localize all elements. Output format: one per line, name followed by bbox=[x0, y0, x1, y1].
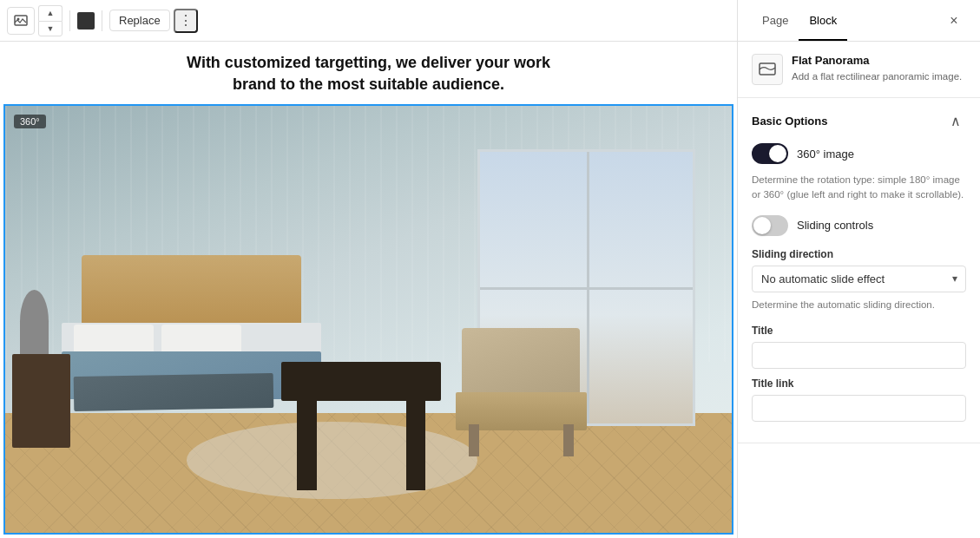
block-description: Add a flat rectilinear panoramic image. bbox=[792, 69, 962, 83]
block-info-section: Flat Panorama Add a flat rectilinear pan… bbox=[738, 42, 980, 98]
chair-back bbox=[462, 328, 580, 398]
sliding-direction-label: Sliding direction bbox=[752, 248, 966, 260]
option-label-360: 360° image bbox=[797, 148, 854, 161]
image-badge: 360° bbox=[14, 115, 46, 128]
toggle-knob-360 bbox=[769, 145, 786, 162]
more-options-button[interactable]: ⋮ bbox=[174, 9, 198, 33]
bed-throw bbox=[73, 373, 273, 411]
title-field-group: Title bbox=[752, 325, 966, 369]
section-title: Basic Options bbox=[752, 115, 827, 128]
coffee-table bbox=[281, 362, 441, 489]
option-row-sliding: Sliding controls bbox=[752, 215, 966, 236]
title-link-field-group: Title link bbox=[752, 377, 966, 422]
block-info: Flat Panorama Add a flat rectilinear pan… bbox=[752, 54, 966, 85]
close-button[interactable]: × bbox=[942, 9, 966, 33]
option-label-sliding: Sliding controls bbox=[797, 219, 873, 232]
title-link-field-label: Title link bbox=[752, 377, 966, 390]
toggle-knob-sliding bbox=[753, 217, 771, 234]
chair-leg1 bbox=[469, 424, 479, 456]
sliding-direction-select-wrapper: No automatic slide effect Left Right ▾ bbox=[752, 266, 966, 292]
help-text-360: Determine the rotation type: simple 180°… bbox=[752, 173, 966, 203]
bedroom-scene bbox=[5, 106, 732, 533]
block-info-text: Flat Panorama Add a flat rectilinear pan… bbox=[792, 54, 962, 83]
title-field-label: Title bbox=[752, 325, 966, 337]
bed-headboard bbox=[82, 255, 301, 331]
chair bbox=[456, 328, 587, 456]
down-arrow-btn[interactable]: ▼ bbox=[38, 21, 62, 36]
separator2 bbox=[102, 10, 102, 31]
separator bbox=[69, 10, 70, 31]
panorama-image-container[interactable]: 360° bbox=[3, 104, 733, 535]
right-panel: Page Block × Flat Panorama Add a flat re… bbox=[737, 0, 980, 538]
nightstand bbox=[12, 354, 70, 448]
chair-leg2 bbox=[563, 424, 574, 456]
coffee-table-leg1 bbox=[297, 401, 316, 490]
basic-options-section: Basic Options ∧ 360° image Determine the… bbox=[738, 98, 980, 443]
coffee-table-leg2 bbox=[406, 401, 425, 490]
window-frame-h bbox=[480, 287, 693, 290]
heading-text: With customized targetting, we deliver y… bbox=[0, 42, 737, 104]
tab-page[interactable]: Page bbox=[752, 2, 799, 41]
section-header: Basic Options ∧ bbox=[752, 110, 966, 131]
image-icon-btn[interactable] bbox=[7, 7, 35, 35]
sliding-direction-select[interactable]: No automatic slide effect Left Right bbox=[752, 266, 966, 292]
title-input[interactable] bbox=[752, 342, 966, 369]
sliding-direction-help: Determine the automatic sliding directio… bbox=[752, 298, 966, 312]
option-row-360: 360° image bbox=[752, 143, 966, 164]
up-arrow-btn[interactable]: ▲ bbox=[38, 5, 62, 21]
toolbar: ▲ ▼ Replace ⋮ bbox=[0, 0, 737, 42]
replace-button[interactable]: Replace bbox=[109, 10, 170, 31]
tab-block[interactable]: Block bbox=[799, 2, 847, 41]
left-panel: ▲ ▼ Replace ⋮ With customized targetting… bbox=[0, 0, 737, 538]
block-title: Flat Panorama bbox=[792, 54, 962, 67]
flat-panorama-icon bbox=[752, 54, 783, 85]
coffee-table-top bbox=[281, 362, 441, 400]
title-link-input[interactable] bbox=[752, 395, 966, 422]
panel-header: Page Block × bbox=[738, 0, 980, 42]
sliding-direction-group: Sliding direction No automatic slide eff… bbox=[752, 248, 966, 312]
align-square bbox=[77, 12, 95, 30]
up-down-arrows[interactable]: ▲ ▼ bbox=[38, 5, 62, 36]
toggle-360-image[interactable] bbox=[752, 143, 788, 164]
toggle-sliding-controls[interactable] bbox=[752, 215, 788, 236]
lamp bbox=[20, 290, 49, 354]
collapse-button[interactable]: ∧ bbox=[945, 110, 966, 131]
